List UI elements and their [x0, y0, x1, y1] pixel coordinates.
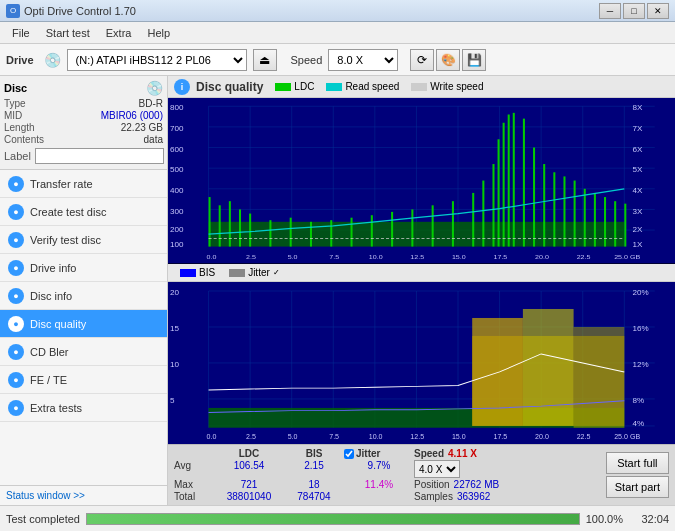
- svg-text:7.5: 7.5: [329, 254, 339, 260]
- eject-button[interactable]: ⏏: [253, 49, 277, 71]
- sidebar-item-transfer-rate[interactable]: ● Transfer rate: [0, 170, 167, 198]
- sidebar-item-create-test-disc[interactable]: ● Create test disc: [0, 198, 167, 226]
- svg-text:3X: 3X: [632, 207, 642, 215]
- progressbar-area: Test completed 100.0% 32:04: [0, 505, 675, 531]
- mid-label: MID: [4, 110, 22, 121]
- drive-select[interactable]: (N:) ATAPI iHBS112 2 PL06: [67, 49, 247, 71]
- status-window-button[interactable]: Status window >>: [0, 485, 167, 505]
- bottom-chart: 20 15 10 5 20% 16% 12% 8% 4% 0.0 2.5 5.0…: [168, 282, 675, 444]
- toolbar-icons: ⟳ 🎨 💾: [410, 49, 486, 71]
- disc-info-label: Disc info: [30, 290, 72, 302]
- svg-rect-43: [533, 148, 535, 247]
- svg-text:2.5: 2.5: [246, 434, 256, 441]
- sidebar-item-fe-te[interactable]: ● FE / TE: [0, 366, 167, 394]
- save-button[interactable]: 💾: [462, 49, 486, 71]
- minimize-button[interactable]: ─: [599, 3, 621, 19]
- titlebar: O Opti Drive Control 1.70 ─ □ ✕: [0, 0, 675, 22]
- stats-col-headers: LDC BIS Jitter Speed 4.11 X: [174, 448, 598, 459]
- svg-text:22.5: 22.5: [577, 254, 591, 260]
- mid-value: MBIR06 (000): [101, 110, 163, 121]
- disc-quality-label: Disc quality: [30, 318, 86, 330]
- start-full-button[interactable]: Start full: [606, 452, 669, 474]
- color-button[interactable]: 🎨: [436, 49, 460, 71]
- disc-quality-icon: ●: [8, 316, 24, 332]
- ldc-col-header: LDC: [214, 448, 284, 459]
- samples-display: Samples 363962: [414, 491, 598, 502]
- max-ldc: 721: [214, 479, 284, 490]
- svg-text:1X: 1X: [632, 240, 642, 248]
- verify-test-disc-icon: ●: [8, 232, 24, 248]
- read-speed-color: [326, 83, 342, 91]
- svg-rect-51: [614, 201, 616, 246]
- svg-text:8%: 8%: [632, 396, 644, 404]
- menubar: File Start test Extra Help: [0, 22, 675, 44]
- disc-header: Disc 💿: [4, 80, 163, 96]
- sidebar-item-extra-tests[interactable]: ● Extra tests: [0, 394, 167, 422]
- svg-rect-34: [452, 201, 454, 246]
- max-row-label: Max: [174, 479, 214, 490]
- speed-val: 4.11 X: [448, 448, 477, 459]
- menu-file[interactable]: File: [4, 25, 38, 41]
- main-layout: Disc 💿 Type BD-R MID MBIR06 (000) Length…: [0, 76, 675, 505]
- legend-write-speed: Write speed: [411, 81, 483, 92]
- svg-text:20.0: 20.0: [535, 254, 549, 260]
- avg-bis: 2.15: [284, 460, 344, 478]
- top-chart: 800 700 600 500 400 300 200 100 8X 7X 6X…: [168, 98, 675, 264]
- sidebar-item-disc-info[interactable]: ● Disc info: [0, 282, 167, 310]
- svg-text:5: 5: [170, 396, 175, 404]
- svg-text:10.0: 10.0: [369, 254, 383, 260]
- stats-avg-row: Avg 106.54 2.15 9.7% 4.0 X8.0 X: [174, 460, 598, 478]
- drive-info-icon: ●: [8, 260, 24, 276]
- maximize-button[interactable]: □: [623, 3, 645, 19]
- legend-ldc: LDC: [275, 81, 314, 92]
- avg-ldc: 106.54: [214, 460, 284, 478]
- quality-icon: i: [174, 79, 190, 95]
- samples-label: Samples: [414, 491, 453, 502]
- svg-text:5.0: 5.0: [288, 254, 298, 260]
- svg-rect-21: [219, 205, 221, 246]
- total-jitter-empty: [344, 491, 414, 502]
- max-bis: 18: [284, 479, 344, 490]
- close-button[interactable]: ✕: [647, 3, 669, 19]
- svg-rect-28: [330, 220, 332, 246]
- svg-text:500: 500: [170, 166, 184, 174]
- speed-label: Speed: [291, 54, 323, 66]
- speed-select[interactable]: 8.0 X 4.0 X 12.0 X: [328, 49, 398, 71]
- sidebar-item-cd-bler[interactable]: ● CD Bler: [0, 338, 167, 366]
- jitter-checkbox[interactable]: [344, 449, 354, 459]
- stats-max-row: Max 721 18 11.4% Position 22762 MB: [174, 479, 598, 490]
- svg-text:25.0 GB: 25.0 GB: [614, 254, 640, 260]
- svg-text:20: 20: [170, 288, 179, 296]
- disc-panel: Disc 💿 Type BD-R MID MBIR06 (000) Length…: [0, 76, 167, 170]
- label-input[interactable]: [35, 148, 164, 164]
- speed-selector[interactable]: 4.0 X8.0 X: [414, 460, 460, 478]
- svg-rect-47: [574, 181, 576, 247]
- ldc-color: [275, 83, 291, 91]
- disc-length-row: Length 22.23 GB: [4, 122, 163, 133]
- progress-fill: [87, 514, 579, 524]
- svg-rect-20: [209, 197, 211, 247]
- svg-text:4%: 4%: [632, 419, 644, 427]
- create-test-disc-label: Create test disc: [30, 206, 106, 218]
- cd-bler-label: CD Bler: [30, 346, 69, 358]
- menu-extra[interactable]: Extra: [98, 25, 140, 41]
- sidebar-item-verify-test-disc[interactable]: ● Verify test disc: [0, 226, 167, 254]
- verify-test-disc-label: Verify test disc: [30, 234, 101, 246]
- start-part-button[interactable]: Start part: [606, 476, 669, 498]
- sidebar-item-drive-info[interactable]: ● Drive info: [0, 254, 167, 282]
- progress-track: [86, 513, 580, 525]
- svg-rect-52: [624, 204, 626, 247]
- sidebar-item-disc-quality[interactable]: ● Disc quality: [0, 310, 167, 338]
- type-label: Type: [4, 98, 26, 109]
- refresh-button[interactable]: ⟳: [410, 49, 434, 71]
- svg-text:600: 600: [170, 145, 184, 153]
- svg-text:8X: 8X: [632, 104, 642, 112]
- legend-jitter: Jitter ✓: [229, 267, 280, 278]
- bis-label: BIS: [199, 267, 215, 278]
- total-ldc: 38801040: [214, 491, 284, 502]
- menu-help[interactable]: Help: [139, 25, 178, 41]
- nav-items: ● Transfer rate ● Create test disc ● Ver…: [0, 170, 167, 485]
- svg-rect-41: [513, 113, 515, 247]
- menu-start-test[interactable]: Start test: [38, 25, 98, 41]
- svg-rect-46: [563, 176, 565, 246]
